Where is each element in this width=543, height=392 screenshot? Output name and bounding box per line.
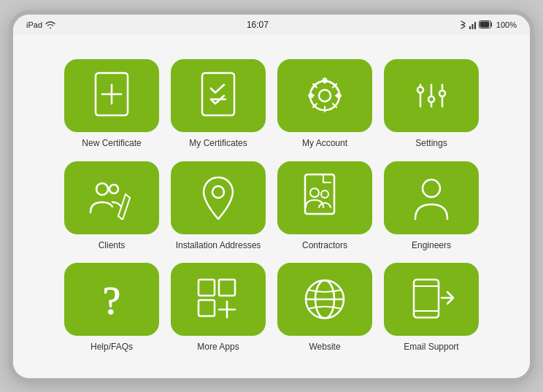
svg-rect-38 <box>305 174 334 214</box>
svg-point-30 <box>439 91 445 96</box>
tile-label-contractors: Contractors <box>302 240 347 252</box>
tile-box-more-apps[interactable] <box>171 263 266 336</box>
tile-my-account[interactable]: My Account <box>277 59 372 150</box>
tile-label-engineers: Engineers <box>412 240 451 252</box>
status-bar: iPad 16:07 <box>13 15 530 35</box>
tile-label-new-certificate: New Certificate <box>82 138 141 150</box>
tile-label-my-certificates: My Certificates <box>189 138 247 150</box>
svg-point-40 <box>321 191 328 198</box>
tile-box-clients[interactable] <box>64 161 159 234</box>
svg-rect-2 <box>471 24 473 29</box>
engineers-icon <box>409 174 453 221</box>
tile-label-clients: Clients <box>99 240 126 252</box>
status-time: 16:07 <box>247 20 269 30</box>
status-left: iPad <box>26 20 55 29</box>
tile-label-installation-addresses: Installation Addresses <box>176 240 261 252</box>
svg-line-35 <box>126 194 130 198</box>
tile-box-settings[interactable] <box>384 59 479 132</box>
svg-point-29 <box>428 96 434 102</box>
svg-rect-45 <box>199 300 215 316</box>
clients-icon <box>86 176 137 220</box>
tile-box-contractors[interactable] <box>277 161 372 234</box>
tile-box-new-certificate[interactable] <box>64 59 159 132</box>
tile-box-installation-addresses[interactable] <box>171 161 266 234</box>
tile-label-email-support: Email Support <box>404 342 458 353</box>
tile-settings[interactable]: Settings <box>384 59 479 150</box>
tile-my-certificates[interactable]: My Certificates <box>171 59 266 150</box>
tile-label-more-apps: More Apps <box>197 342 239 353</box>
email-support-icon <box>408 276 455 323</box>
tile-clients[interactable]: Clients <box>64 161 159 252</box>
screen: New Certificate My Certificates <box>13 35 530 378</box>
contractors-icon <box>301 172 349 223</box>
svg-rect-44 <box>219 280 235 296</box>
svg-text:?: ? <box>102 278 120 323</box>
svg-point-28 <box>417 87 423 93</box>
signal-icon <box>469 20 476 29</box>
svg-rect-3 <box>474 22 476 29</box>
bluetooth-icon <box>460 20 466 30</box>
battery-icon <box>479 20 493 28</box>
tile-more-apps[interactable]: More Apps <box>171 263 266 353</box>
tile-contractors[interactable]: Contractors <box>277 161 372 252</box>
tile-box-my-account[interactable] <box>277 59 372 132</box>
svg-point-37 <box>212 186 224 198</box>
svg-rect-43 <box>199 280 215 296</box>
svg-rect-5 <box>480 22 489 27</box>
tile-label-help-faqs: Help/FAQs <box>90 342 133 353</box>
svg-rect-1 <box>469 26 471 29</box>
svg-rect-51 <box>414 280 439 318</box>
tile-box-website[interactable] <box>277 263 372 336</box>
tile-label-my-account: My Account <box>302 138 347 150</box>
app-grid: New Certificate My Certificates <box>64 59 479 353</box>
svg-point-41 <box>423 180 440 197</box>
device-label: iPad <box>26 20 42 29</box>
status-right: 100% <box>460 20 517 30</box>
svg-point-31 <box>96 183 108 195</box>
battery-label: 100% <box>496 20 517 29</box>
website-icon <box>302 277 347 322</box>
tile-box-my-certificates[interactable] <box>171 59 266 132</box>
tile-engineers[interactable]: Engineers <box>384 161 479 252</box>
svg-point-13 <box>319 90 331 101</box>
installation-addresses-icon <box>200 174 236 221</box>
tile-website[interactable]: Website <box>277 263 372 353</box>
tile-box-help-faqs[interactable]: ? <box>64 263 159 336</box>
wifi-icon <box>45 21 55 28</box>
tile-email-support[interactable]: Email Support <box>384 263 479 353</box>
my-certificates-icon <box>196 70 240 121</box>
svg-point-39 <box>310 188 319 197</box>
tile-box-engineers[interactable] <box>384 161 479 234</box>
svg-point-32 <box>109 185 118 193</box>
tile-new-certificate[interactable]: New Certificate <box>64 59 159 150</box>
svg-rect-10 <box>202 73 234 115</box>
new-certificate-icon <box>90 70 134 121</box>
more-apps-icon <box>195 276 242 323</box>
ipad-frame: iPad 16:07 <box>9 10 534 383</box>
svg-line-36 <box>118 216 123 220</box>
tile-label-website: Website <box>309 342 340 353</box>
tile-box-email-support[interactable] <box>384 263 479 336</box>
tile-installation-addresses[interactable]: Installation Addresses <box>171 161 266 252</box>
help-faqs-icon: ? <box>92 276 132 323</box>
my-account-icon <box>303 74 347 118</box>
settings-icon <box>409 74 453 118</box>
tile-label-settings: Settings <box>415 138 447 150</box>
tile-help-faqs[interactable]: ? Help/FAQs <box>64 263 159 353</box>
